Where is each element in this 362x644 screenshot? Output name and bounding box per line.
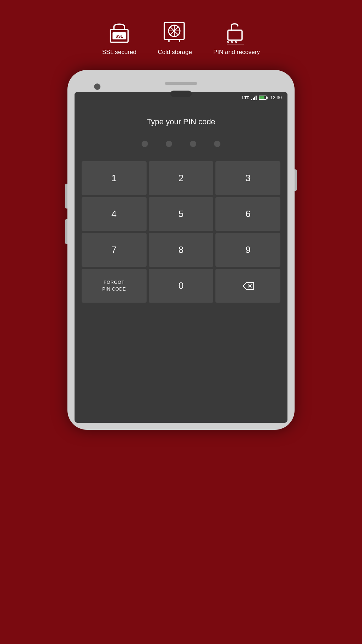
signal-bar-4 [256, 96, 257, 100]
forgot-pin-button[interactable]: FORGOTPIN CODE [82, 269, 147, 303]
backspace-icon [242, 282, 254, 290]
pin-dot-2 [166, 141, 172, 147]
phone-speaker [165, 82, 197, 85]
lte-indicator: LTE [242, 96, 249, 100]
pin-entry-screen: Type your PIN code 1 2 3 4 5 6 7 8 9 FOR… [75, 103, 287, 423]
ssl-label: SSL secured [102, 49, 137, 56]
pin-dots-container [142, 141, 220, 147]
svg-rect-11 [228, 30, 242, 40]
volume-up-button [65, 184, 67, 209]
ssl-feature: SSL SSL secured [102, 20, 137, 56]
battery-fill [259, 96, 264, 99]
pin-lock-icon: × × × [224, 20, 249, 44]
phone-earpiece [170, 91, 192, 97]
key-9[interactable]: 9 [215, 233, 280, 267]
key-2[interactable]: 2 [149, 161, 214, 195]
signal-bar-1 [251, 99, 252, 100]
feature-icons: SSL SSL secured Cold storage [0, 0, 362, 70]
pin-dot-1 [142, 141, 148, 147]
key-3[interactable]: 3 [215, 161, 280, 195]
keypad: 1 2 3 4 5 6 7 8 9 FORGOTPIN CODE 0 [82, 161, 280, 303]
phone-screen: LTE 12:30 Type your PIN code [75, 92, 287, 423]
pin-dot-3 [190, 141, 196, 147]
key-0[interactable]: 0 [149, 269, 214, 303]
svg-text:SSL: SSL [115, 34, 123, 38]
key-4[interactable]: 4 [82, 197, 147, 231]
svg-text:× × ×: × × × [227, 39, 237, 44]
cold-storage-feature: Cold storage [158, 20, 192, 56]
cold-storage-label: Cold storage [158, 49, 192, 56]
pin-title: Type your PIN code [147, 117, 215, 126]
phone-frame: LTE 12:30 Type your PIN code [67, 70, 295, 430]
pin-recovery-label: PIN and recovery [213, 49, 260, 56]
signal-bar-3 [254, 97, 255, 100]
signal-bar-2 [253, 98, 254, 100]
key-1[interactable]: 1 [82, 161, 147, 195]
ssl-lock-icon: SSL [107, 20, 132, 44]
volume-down-button [65, 219, 67, 244]
phone-top-bar [75, 77, 287, 88]
vault-icon [163, 20, 187, 44]
key-5[interactable]: 5 [149, 197, 214, 231]
signal-strength-icon [251, 95, 257, 100]
battery-container [259, 96, 267, 100]
backspace-button[interactable] [215, 269, 280, 303]
key-7[interactable]: 7 [82, 233, 147, 267]
key-8[interactable]: 8 [149, 233, 214, 267]
clock: 12:30 [270, 95, 282, 100]
pin-dot-4 [214, 141, 220, 147]
front-camera [94, 83, 100, 90]
power-button [295, 169, 297, 191]
key-6[interactable]: 6 [215, 197, 280, 231]
pin-recovery-feature: × × × PIN and recovery [213, 20, 260, 56]
battery-icon [259, 96, 267, 100]
